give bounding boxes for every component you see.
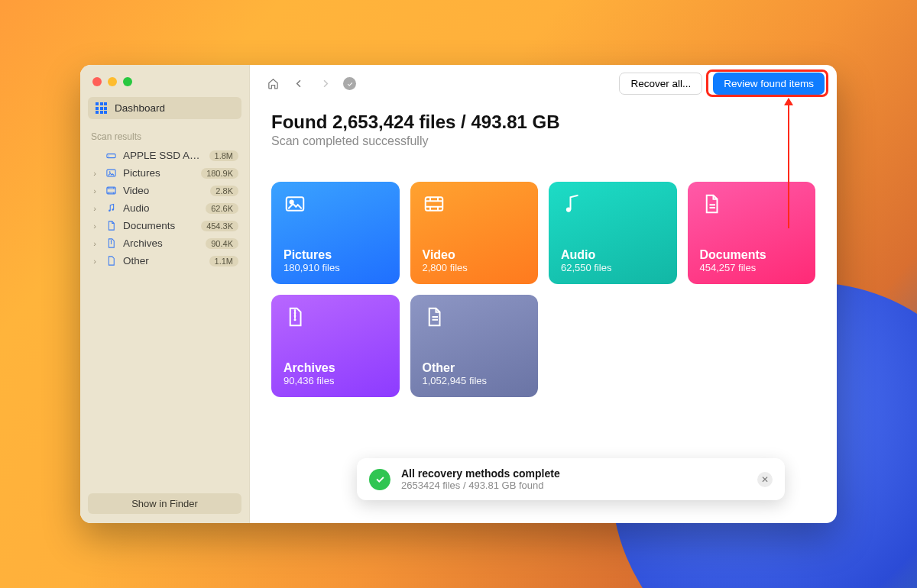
archive-icon [105,237,117,249]
toolbar: Recover all... Review found items [250,65,837,99]
dashboard-label: Dashboard [115,102,165,114]
sidebar-section-label: Scan results [91,131,238,142]
count-badge: 1.1M [209,256,238,267]
sidebar-item-label: Other [123,255,203,267]
show-in-finder-button[interactable]: Show in Finder [88,493,241,514]
minimize-window-button[interactable] [108,77,117,86]
sidebar-item-label: Video [123,185,204,196]
svg-rect-2 [106,170,115,176]
svg-point-10 [566,207,571,212]
chevron-right-icon: › [91,186,99,195]
audio-icon [105,202,117,214]
card-other[interactable]: Other1,052,945 files [410,295,539,397]
card-archives[interactable]: Archives90,436 files [271,295,400,397]
content: Found 2,653,424 files / 493.81 GB Scan c… [250,99,837,397]
card-title: Other [423,361,527,375]
chevron-right-icon: › [91,257,99,266]
picture-icon [105,167,117,179]
main-pane: Recover all... Review found items Found … [250,65,837,523]
card-subtitle: 62,550 files [561,262,665,273]
chevron-right-icon: › [91,221,99,231]
document-icon [105,220,117,231]
completion-toast: All recovery methods complete 2653424 fi… [357,458,785,500]
sidebar-item-label: Audio [123,202,199,214]
sidebar-item-other[interactable]: › Other 1.1M [88,252,241,270]
svg-rect-0 [106,154,115,158]
toast-close-button[interactable]: ✕ [757,472,773,487]
file-icon [423,305,527,331]
scan-complete-icon [343,77,356,90]
dashboard-icon [96,102,107,114]
card-title: Archives [284,361,387,375]
file-icon [105,255,117,267]
svg-point-5 [109,209,111,212]
sidebar-item-label: Documents [123,220,195,231]
card-audio[interactable]: Audio62,550 files [549,182,677,284]
card-title: Video [423,248,527,262]
picture-icon [284,192,387,218]
card-subtitle: 1,052,945 files [423,375,527,386]
card-pictures[interactable]: Pictures180,910 files [271,182,400,284]
drive-label: APPLE SSD AP0... [123,150,203,161]
sidebar-item-archives[interactable]: › Archives 90.4K [88,234,241,252]
chevron-right-icon: › [91,239,99,248]
svg-point-6 [112,208,114,211]
archive-icon [284,305,387,331]
card-title: Audio [561,248,665,262]
card-subtitle: 454,257 files [700,262,804,273]
sidebar-item-pictures[interactable]: › Pictures 180.9K [88,164,241,182]
card-video[interactable]: Video2,800 files [410,182,539,284]
svg-point-11 [294,318,296,321]
card-subtitle: 180,910 files [284,262,387,273]
annotation-arrow [788,99,789,228]
toast-subtitle: 2653424 files / 493.81 GB found [401,480,560,491]
svg-point-1 [108,156,109,157]
card-documents[interactable]: Documents454,257 files [688,182,816,284]
zoom-window-button[interactable] [123,77,132,86]
sidebar-item-drive[interactable]: APPLE SSD AP0... 1.8M [88,147,241,164]
card-title: Documents [700,248,804,262]
video-icon [423,192,527,218]
sidebar-item-dashboard[interactable]: Dashboard [88,97,241,119]
sidebar-item-audio[interactable]: › Audio 62.6K [88,199,241,217]
card-subtitle: 2,800 files [423,262,527,273]
count-badge: 2.8K [210,186,238,196]
drive-count-badge: 1.8M [209,150,238,161]
svg-rect-9 [425,197,442,211]
category-cards: Pictures180,910 files Video2,800 files A… [271,182,815,397]
chevron-right-icon: › [91,169,99,178]
count-badge: 62.6K [206,203,238,214]
recover-all-button[interactable]: Recover all... [619,73,702,95]
svg-point-3 [109,171,110,173]
drive-icon [105,150,117,161]
review-found-items-button[interactable]: Review found items [713,73,825,95]
sidebar-item-label: Pictures [123,167,195,179]
home-button[interactable] [265,76,280,92]
count-badge: 454.3K [201,221,238,231]
chevron-right-icon: › [91,204,99,213]
card-subtitle: 90,436 files [284,375,387,386]
success-icon [369,469,390,490]
toast-title: All recovery methods complete [401,467,560,480]
sidebar-item-video[interactable]: › Video 2.8K [88,182,241,199]
app-window: Dashboard Scan results APPLE SSD AP0... … [80,65,837,523]
sidebar-item-label: Archives [123,237,199,249]
video-icon [105,185,117,196]
sidebar: Dashboard Scan results APPLE SSD AP0... … [80,65,250,523]
results-title: Found 2,653,424 files / 493.81 GB [271,111,815,133]
nav-forward-button[interactable] [317,76,332,92]
audio-icon [561,192,665,218]
svg-rect-4 [106,187,115,194]
card-title: Pictures [284,248,387,262]
nav-back-button[interactable] [291,76,306,92]
count-badge: 90.4K [206,238,238,249]
count-badge: 180.9K [201,168,238,179]
sidebar-item-documents[interactable]: › Documents 454.3K [88,217,241,234]
results-subtitle: Scan completed successfully [271,134,815,148]
close-window-button[interactable] [92,77,102,86]
window-controls [88,74,241,97]
